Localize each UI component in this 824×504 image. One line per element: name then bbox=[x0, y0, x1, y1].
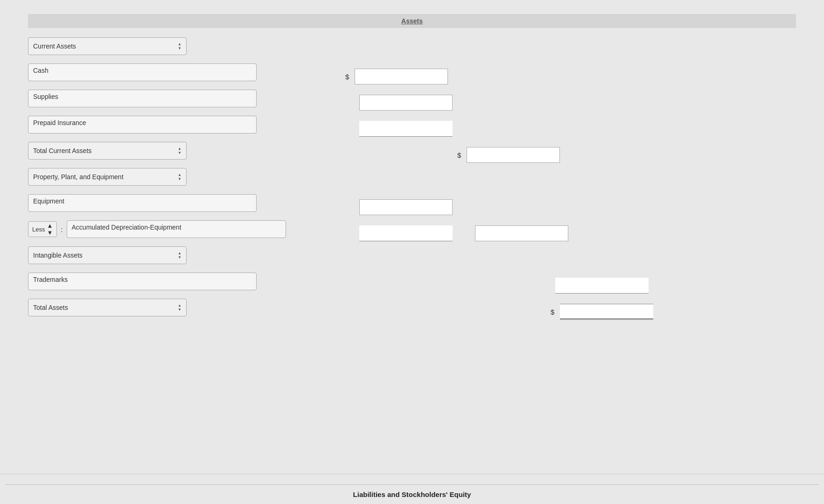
total-current-assets-select[interactable]: Total Current Assets ▲▼ bbox=[28, 142, 187, 160]
dollar-sign-3: $ bbox=[551, 308, 554, 316]
accumulated-depreciation-label: Accumulated Depreciation-Equipment bbox=[67, 220, 286, 238]
property-plant-equipment-arrows: ▲▼ bbox=[178, 173, 182, 181]
less-select[interactable]: Less ▲▼ bbox=[28, 221, 57, 237]
intangible-assets-select[interactable]: Intangible Assets ▲▼ bbox=[28, 246, 187, 264]
intangible-assets-label: Intangible Assets bbox=[33, 252, 83, 259]
total-current-assets-arrows: ▲▼ bbox=[178, 147, 182, 155]
supplies-input[interactable] bbox=[359, 95, 453, 111]
property-plant-equipment-label: Property, Plant, and Equipment bbox=[33, 173, 124, 181]
colon-separator: : bbox=[61, 225, 63, 233]
cash-label: Cash bbox=[28, 63, 257, 81]
intangible-assets-arrows: ▲▼ bbox=[178, 251, 182, 259]
accumulated-depreciation-input-1[interactable] bbox=[359, 225, 453, 241]
dollar-sign-1: $ bbox=[345, 73, 349, 81]
prepaid-insurance-label: Prepaid Insurance bbox=[28, 116, 257, 133]
current-assets-select[interactable]: Current Assets ▲▼ bbox=[28, 37, 187, 55]
equipment-input[interactable] bbox=[359, 199, 453, 215]
bottom-label: Liabilities and Stockholders' Equity bbox=[6, 484, 818, 498]
trademarks-label: Trademarks bbox=[28, 273, 257, 290]
total-assets-arrows: ▲▼ bbox=[178, 303, 182, 312]
accumulated-depreciation-input-2[interactable] bbox=[475, 225, 568, 241]
less-arrows: ▲▼ bbox=[47, 222, 53, 236]
page-container: Assets Current Assets ▲▼ Cash Supplies bbox=[0, 0, 824, 504]
top-bar: Assets bbox=[28, 14, 796, 28]
current-assets-arrows: ▲▼ bbox=[178, 42, 182, 50]
total-current-assets-input[interactable] bbox=[467, 147, 560, 163]
trademarks-input[interactable] bbox=[555, 278, 649, 294]
total-assets-label: Total Assets bbox=[33, 304, 68, 311]
total-assets-select[interactable]: Total Assets ▲▼ bbox=[28, 299, 187, 316]
property-plant-equipment-select[interactable]: Property, Plant, and Equipment ▲▼ bbox=[28, 168, 187, 186]
total-current-assets-label: Total Current Assets bbox=[33, 147, 91, 154]
cash-input[interactable] bbox=[355, 69, 448, 84]
page-title: Assets bbox=[401, 17, 423, 25]
supplies-label: Supplies bbox=[28, 90, 257, 107]
total-assets-input[interactable] bbox=[560, 304, 653, 320]
prepaid-insurance-input[interactable] bbox=[359, 121, 453, 137]
less-label: Less bbox=[32, 226, 45, 233]
equipment-label: Equipment bbox=[28, 194, 257, 212]
current-assets-label: Current Assets bbox=[33, 42, 76, 50]
dollar-sign-2: $ bbox=[457, 151, 461, 159]
